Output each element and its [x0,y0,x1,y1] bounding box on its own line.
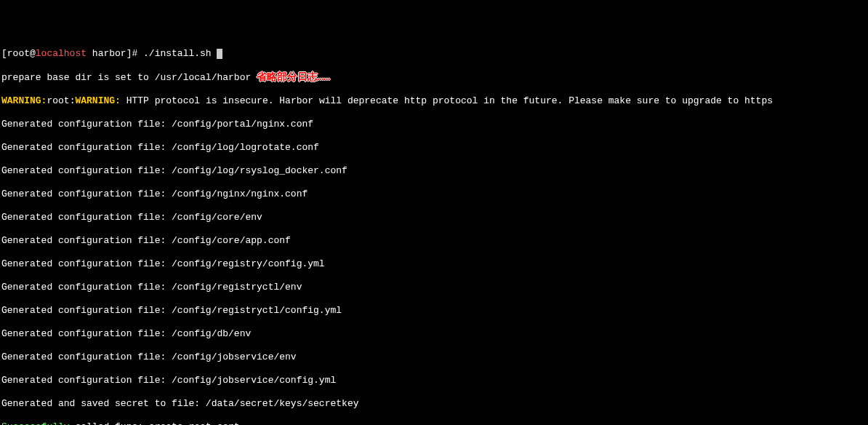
log-line: Generated configuration file: /config/lo… [1,142,867,154]
log-line: Generated configuration file: /config/ng… [1,188,867,200]
log-line: Generated configuration file: /config/po… [1,119,867,130]
log-line: Generated configuration file: /config/re… [1,258,867,270]
log-line: Generated configuration file: /config/co… [1,235,867,247]
warning-label: WARNING: [1,95,47,106]
prompt-path: harbor]# [87,48,143,59]
command-text: ./install.sh [143,48,217,59]
prompt-host: localhost [36,48,87,59]
annotation-text: 省略部分日志…… [257,71,330,83]
log-line: Generated configuration file: /config/re… [1,305,867,317]
warning-label: WARNING: [75,95,120,106]
cursor-icon [217,49,222,59]
log-line: Generated configuration file: /config/co… [1,212,867,223]
log-line: prepare base dir is set to /usr/local/ha… [1,72,257,83]
log-line: Generated configuration file: /config/lo… [1,165,867,177]
success-text: called func: create_root_cert [70,421,240,425]
success-label: Successfully [1,421,70,425]
log-line: Generated configuration file: /config/db… [1,328,867,340]
log-line: Generated configuration file: /config/re… [1,282,867,293]
warning-root: root: [47,95,75,106]
log-line: Generated and saved secret to file: /dat… [1,398,867,410]
warning-text: HTTP protocol is insecure. Harbor will d… [121,95,773,106]
prompt-prefix: [root@ [1,48,36,59]
terminal-output: [root@localhost harbor]# ./install.sh pr… [1,48,867,425]
log-line: Generated configuration file: /config/jo… [1,375,867,386]
log-line: Generated configuration file: /config/jo… [1,351,867,363]
